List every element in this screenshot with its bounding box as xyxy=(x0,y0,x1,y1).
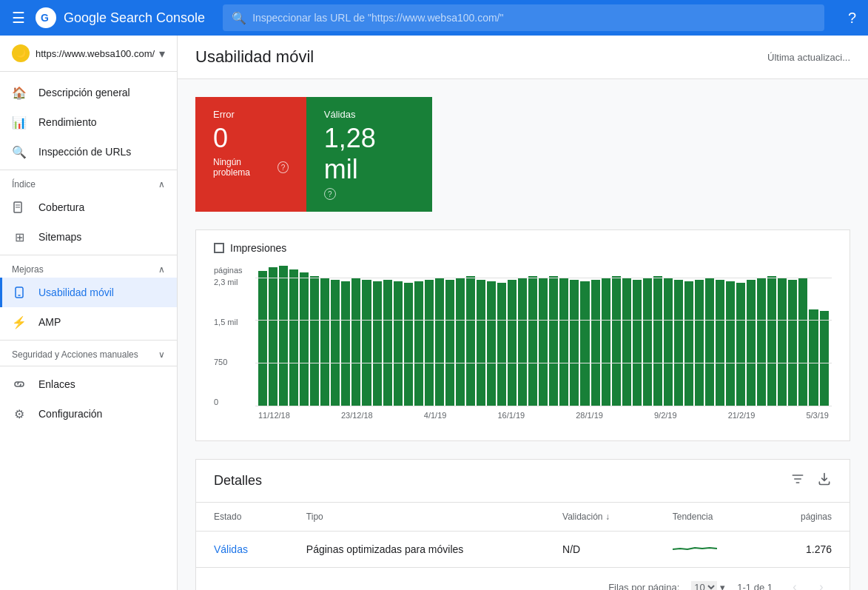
x-label: 5/3/19 xyxy=(806,411,829,420)
search-input[interactable] xyxy=(252,12,815,24)
help-icon[interactable]: ? xyxy=(842,4,862,33)
download-icon[interactable] xyxy=(817,472,832,490)
sidebar-item-amp[interactable]: ⚡ AMP xyxy=(0,307,177,337)
rows-per-page-select[interactable]: 10 25 50 xyxy=(691,581,717,591)
sidebar-item-label: Descripción general xyxy=(38,87,130,98)
sidebar-item-label: Enlaces xyxy=(38,378,75,390)
chevron-up-icon: ∧ xyxy=(158,264,165,275)
app-logo: G Google Search Console xyxy=(34,6,205,30)
row-paginas: 1.276 xyxy=(761,532,850,568)
sidebar-section-seguridad: Seguridad y Acciones manuales ∨ xyxy=(0,343,177,363)
sidebar-item-cobertura[interactable]: Cobertura xyxy=(0,192,177,222)
content-body: Error 0 Ningún problema ? Válidas 1,28 m… xyxy=(178,79,868,590)
x-label: 9/2/19 xyxy=(654,411,677,420)
sort-icon[interactable]: ↓ xyxy=(605,512,610,522)
row-tendencia xyxy=(655,532,761,568)
chart-area: páginas 2,3 mil 1,5 mil 750 0 11/12/1823… xyxy=(214,266,832,429)
search-bar[interactable]: 🔍 xyxy=(223,4,824,31)
status-card-error: Error 0 Ningún problema ? xyxy=(195,97,306,212)
sitemaps-icon: ⊞ xyxy=(12,229,27,244)
row-validacion: N/D xyxy=(545,532,655,568)
sidebar-item-usabilidad[interactable]: Usabilidad móvil xyxy=(0,278,177,307)
legend-checkbox[interactable] xyxy=(214,243,224,253)
menu-icon[interactable]: ☰ xyxy=(6,3,31,33)
grid-line-base xyxy=(255,406,832,406)
chart-y-labels: 2,3 mil 1,5 mil 750 0 xyxy=(214,278,249,406)
chart-legend: Impresiones xyxy=(214,242,832,254)
x-label: 23/12/18 xyxy=(341,411,373,420)
y-label-top: 2,3 mil xyxy=(214,278,249,286)
sidebar-divider-4 xyxy=(0,366,177,366)
sidebar-section-mejoras: Mejoras ∧ xyxy=(0,258,177,278)
status-cards: Error 0 Ningún problema ? Válidas 1,28 m… xyxy=(195,97,432,212)
app-title: Google Search Console xyxy=(64,10,205,26)
main-layout: 🌙 https://www.websa100.com/ ▾ 🏠 Descripc… xyxy=(0,36,868,590)
y-axis-label: páginas xyxy=(214,266,243,275)
inspect-icon: 🔍 xyxy=(12,144,27,159)
topbar: ☰ G Google Search Console 🔍 ? xyxy=(0,0,868,36)
pagination-select[interactable]: 10 25 50 ▾ xyxy=(691,581,725,591)
content-header: Usabilidad móvil Última actualizaci... xyxy=(178,36,868,79)
svg-rect-5 xyxy=(16,287,23,298)
col-estado: Estado xyxy=(196,503,289,532)
filter-icon[interactable] xyxy=(790,472,805,490)
error-help-icon[interactable]: ? xyxy=(277,161,289,173)
sidebar-item-label: Usabilidad móvil xyxy=(38,286,114,298)
sidebar-nav: 🏠 Descripción general 📊 Rendimiento 🔍 In… xyxy=(0,72,177,435)
site-icon: 🌙 xyxy=(12,44,30,62)
x-label: 16/1/19 xyxy=(497,411,525,420)
grid-line-mid xyxy=(255,320,832,321)
y-label-0: 0 xyxy=(214,398,249,406)
validacion-label: Validación xyxy=(562,512,602,522)
x-label: 21/2/19 xyxy=(728,411,756,420)
trend-svg xyxy=(673,542,717,557)
sidebar-section-indice: Índice ∧ xyxy=(0,173,177,192)
chevron-down-icon: ▾ xyxy=(159,47,165,61)
sidebar-item-sitemaps[interactable]: ⊞ Sitemaps xyxy=(0,222,177,252)
sidebar-item-label: Inspección de URLs xyxy=(38,146,131,158)
sidebar-divider-2 xyxy=(0,255,177,255)
next-page-button[interactable]: › xyxy=(811,577,832,590)
details-actions xyxy=(790,472,832,490)
sidebar-item-enlaces[interactable]: Enlaces xyxy=(0,369,177,399)
sidebar-item-configuracion[interactable]: ⚙ Configuración xyxy=(0,399,177,429)
chart-bars-container: 11/12/1823/12/184/1/1916/1/1928/1/199/2/… xyxy=(255,266,832,429)
grid-line-low xyxy=(255,363,832,363)
rows-per-page-label: Filas por página: xyxy=(608,582,679,591)
sidebar-item-label: Rendimiento xyxy=(38,116,97,128)
chevron-down-icon: ▾ xyxy=(720,582,725,591)
valid-sublabel: ? xyxy=(324,188,414,200)
x-label: 4/1/19 xyxy=(424,411,447,420)
x-label: 28/1/19 xyxy=(576,411,603,420)
last-update: Última actualizaci... xyxy=(767,52,850,63)
site-selector[interactable]: 🌙 https://www.websa100.com/ ▾ xyxy=(0,36,177,72)
col-tendencia: Tendencia xyxy=(655,503,761,532)
error-sublabel: Ningún problema ? xyxy=(213,157,289,178)
col-paginas: páginas xyxy=(761,503,850,532)
prev-page-button[interactable]: ‹ xyxy=(784,577,805,590)
content: Usabilidad móvil Última actualizaci... E… xyxy=(178,36,868,590)
home-icon: 🏠 xyxy=(12,85,27,100)
sidebar-item-label: Cobertura xyxy=(38,201,84,213)
estado-link[interactable]: Válidas xyxy=(214,543,248,555)
valid-help-icon[interactable]: ? xyxy=(324,188,336,200)
search-icon: 🔍 xyxy=(232,11,246,25)
row-tipo: Páginas optimizadas para móviles xyxy=(289,532,545,568)
col-tipo: Tipo xyxy=(289,503,545,532)
coverage-icon xyxy=(12,200,27,215)
chart-section: Impresiones páginas 2,3 mil 1,5 mil 750 … xyxy=(195,229,850,441)
pagination-nav: ‹ › xyxy=(784,577,832,590)
sidebar-item-label: Sitemaps xyxy=(38,231,81,243)
trend-chart xyxy=(673,542,744,557)
svg-text:G: G xyxy=(41,12,49,24)
sidebar-item-rendimiento[interactable]: 📊 Rendimiento xyxy=(0,107,177,137)
site-url: https://www.websa100.com/ xyxy=(36,48,159,59)
y-label-750: 750 xyxy=(214,358,249,366)
y-label-mid: 1,5 mil xyxy=(214,318,249,326)
col-validacion: Validación ↓ xyxy=(545,503,655,532)
grid-line-top xyxy=(255,278,832,406)
sidebar-item-label: AMP xyxy=(38,316,61,328)
legend-label: Impresiones xyxy=(230,242,286,254)
sidebar-item-inspeccion[interactable]: 🔍 Inspección de URLs xyxy=(0,137,177,167)
sidebar-item-overview[interactable]: 🏠 Descripción general xyxy=(0,78,177,107)
